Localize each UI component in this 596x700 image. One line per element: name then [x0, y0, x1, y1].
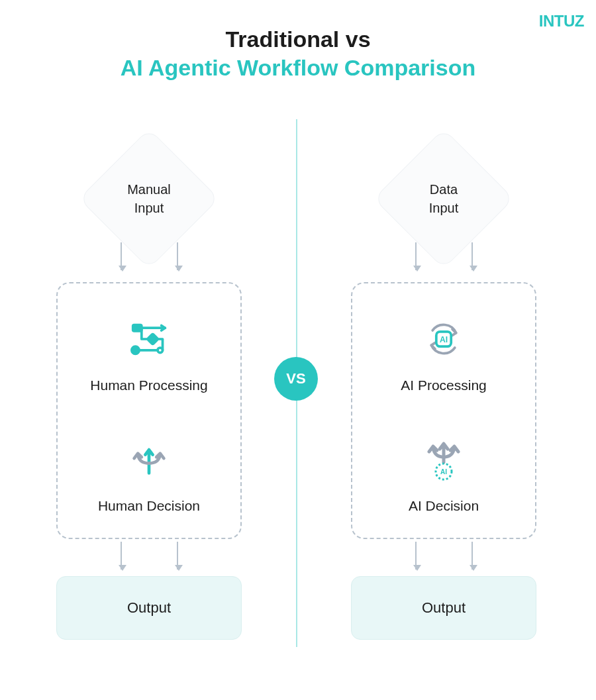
- ai-processing-step: AI AI Processing: [352, 297, 535, 417]
- vs-badge: VS: [274, 357, 318, 401]
- svg-point-3: [158, 348, 162, 352]
- svg-text:AI: AI: [440, 335, 448, 344]
- arrow-down: [56, 542, 242, 570]
- page-title: Traditional vs AI Agentic Workflow Compa…: [0, 26, 596, 81]
- svg-text:AI: AI: [440, 468, 447, 475]
- ai-decision-step: AI AI Decision: [352, 417, 535, 538]
- svg-rect-0: [133, 325, 142, 331]
- output-label: Output: [127, 599, 171, 617]
- human-processing-step: Human Processing: [58, 297, 240, 417]
- ai-decision-icon: AI: [425, 441, 462, 478]
- human-decision-step: Human Decision: [58, 417, 240, 538]
- step-label: AI Processing: [401, 377, 487, 393]
- arrow-down: [351, 542, 536, 570]
- step-label: Human Decision: [98, 498, 200, 514]
- svg-point-2: [132, 346, 139, 354]
- ai-cycle-icon: AI: [425, 321, 462, 358]
- step-label: Human Processing: [90, 377, 207, 393]
- arrow-down: [56, 242, 242, 270]
- title-line-1: Traditional vs: [0, 26, 596, 52]
- input-label: ManualInput: [127, 180, 171, 217]
- decision-arrows-icon: [130, 441, 168, 478]
- output-node: Output: [56, 576, 242, 640]
- input-label: DataInput: [429, 180, 458, 217]
- processing-box: Human Processing Human Decision: [56, 282, 242, 539]
- title-line-2: AI Agentic Workflow Comparison: [0, 55, 596, 81]
- output-node: Output: [351, 576, 536, 640]
- arrow-down: [351, 242, 536, 270]
- process-flow-icon: [130, 321, 168, 358]
- output-label: Output: [422, 599, 466, 617]
- processing-box: AI AI Processing AI AI: [351, 282, 536, 539]
- step-label: AI Decision: [409, 498, 479, 514]
